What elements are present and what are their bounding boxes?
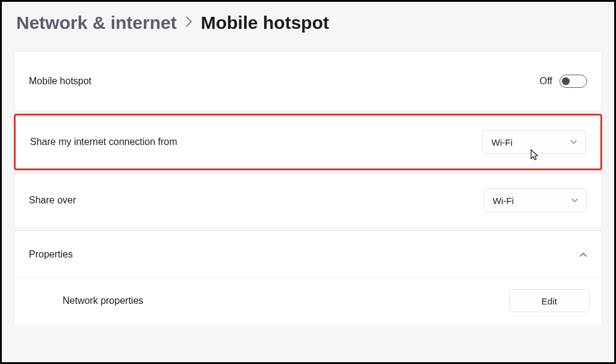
- mobile-hotspot-label: Mobile hotspot: [29, 76, 91, 87]
- breadcrumb-current: Mobile hotspot: [201, 13, 329, 33]
- share-over-value: Wi-Fi: [493, 196, 514, 206]
- breadcrumb: Network & internet Mobile hotspot: [16, 13, 602, 33]
- share-from-label: Share my internet connection from: [30, 137, 177, 147]
- breadcrumb-parent[interactable]: Network & internet: [16, 13, 177, 33]
- chevron-up-icon: [579, 250, 587, 259]
- mobile-hotspot-toggle[interactable]: [559, 75, 587, 88]
- share-from-value: Wi-Fi: [491, 137, 513, 147]
- mobile-hotspot-toggle-row: Mobile hotspot Off: [14, 51, 602, 111]
- edit-button[interactable]: Edit: [509, 289, 590, 312]
- share-over-label: Share over: [29, 195, 76, 206]
- network-properties-label: Network properties: [63, 295, 143, 306]
- chevron-right-icon: [185, 15, 192, 31]
- share-from-dropdown[interactable]: Wi-Fi: [482, 130, 586, 154]
- properties-section: Properties Network properties Edit: [14, 230, 602, 324]
- share-over-row: Share over Wi-Fi: [14, 173, 602, 228]
- share-over-dropdown[interactable]: Wi-Fi: [484, 188, 587, 212]
- toggle-knob: [562, 78, 570, 85]
- properties-expander[interactable]: Properties: [14, 231, 602, 278]
- chevron-down-icon: [570, 138, 577, 146]
- chevron-down-icon: [571, 197, 578, 204]
- network-properties-row: Network properties Edit: [14, 278, 602, 324]
- toggle-state-label: Off: [540, 76, 552, 87]
- share-from-row: Share my internet connection from Wi-Fi: [14, 114, 602, 170]
- properties-header-label: Properties: [29, 249, 73, 260]
- edit-button-label: Edit: [541, 296, 557, 306]
